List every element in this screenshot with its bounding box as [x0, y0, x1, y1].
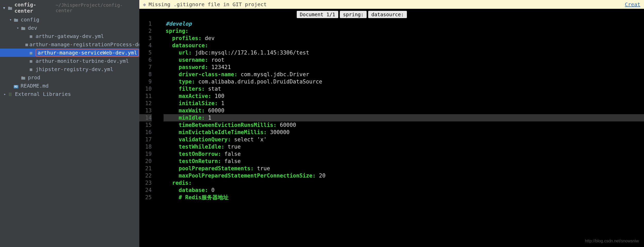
- chevron-down-icon: ▾: [3, 5, 6, 11]
- crumb-spring[interactable]: spring:: [340, 11, 367, 18]
- yml-file-icon: ▦: [28, 34, 34, 39]
- chevron-down-icon: ▾: [8, 18, 13, 22]
- folder-icon: [13, 17, 19, 23]
- yml-file-icon: ▦: [28, 59, 34, 64]
- crumb-datasource[interactable]: datasource:: [368, 11, 407, 18]
- yml-file-icon: ▦: [28, 50, 34, 55]
- code-area[interactable]: #developspring: profiles: dev datasource…: [164, 20, 644, 247]
- markdown-file-icon: MD: [13, 83, 19, 89]
- diamond-icon: ◆: [143, 1, 146, 7]
- tree-folder-dev[interactable]: ▾ dev: [0, 24, 139, 32]
- project-sidebar[interactable]: ▾ config-center ~/JhisperProject/config-…: [0, 0, 139, 247]
- yml-file-icon: ▦: [25, 42, 28, 47]
- chevron-right-icon: ▸: [3, 92, 7, 96]
- tree-folder-config[interactable]: ▾ config: [0, 16, 139, 24]
- editor-breadcrumbs: Document 1/1 spring: datasource:: [139, 9, 644, 20]
- editor-main: ◆ Missing .gitignore file in GIT project…: [139, 0, 644, 247]
- folder-icon: [20, 25, 26, 31]
- project-name: config-center: [14, 2, 53, 14]
- notification-banner: ◆ Missing .gitignore file in GIT project…: [139, 0, 644, 9]
- project-path: ~/JhisperProject/config-center: [55, 2, 137, 13]
- folder-icon: [8, 5, 12, 11]
- crumb-document[interactable]: Document 1/1: [297, 11, 338, 18]
- tree-file[interactable]: ▸ ▦ jhipster-registry-dev.yml: [0, 65, 139, 73]
- chevron-down-icon: ▾: [15, 26, 20, 30]
- line-number-gutter: 1234567891011121314151617181920212223242…: [139, 20, 155, 247]
- watermark: http://blog.csdn.net/snowsniw: [585, 239, 639, 243]
- tree-file-selected[interactable]: ▸ ▦ arthur-manage-serviceWeb-dev.yml: [0, 49, 139, 57]
- banner-message: Missing .gitignore file in GIT project: [149, 1, 625, 7]
- tree-file[interactable]: ▸ ▦ arthur-manage-registrationProcess-de…: [0, 40, 139, 49]
- tree-external-libraries[interactable]: ▸ ⫼ External Libraries: [0, 90, 139, 98]
- tree-file[interactable]: ▸ ▦ arthur-monitor-turbine-dev.yml: [0, 57, 139, 65]
- fold-gutter: [155, 20, 164, 247]
- code-editor[interactable]: 1234567891011121314151617181920212223242…: [139, 20, 644, 247]
- library-icon: ⫼: [7, 91, 13, 97]
- tree-folder-prod[interactable]: ▸ prod: [0, 73, 139, 82]
- tree-file[interactable]: ▸ ▦ arthur-gateway-dev.yml: [0, 32, 139, 40]
- yml-file-icon: ▦: [28, 67, 34, 72]
- tree-file-readme[interactable]: ▸ MD README.md: [0, 82, 139, 90]
- banner-create-link[interactable]: Creat: [625, 1, 640, 7]
- file-tree: ▾ config ▾ dev ▸ ▦ arthur-gateway-dev.ym…: [0, 16, 139, 98]
- folder-icon: [20, 74, 26, 81]
- breadcrumb[interactable]: ▾ config-center ~/JhisperProject/config-…: [0, 0, 139, 16]
